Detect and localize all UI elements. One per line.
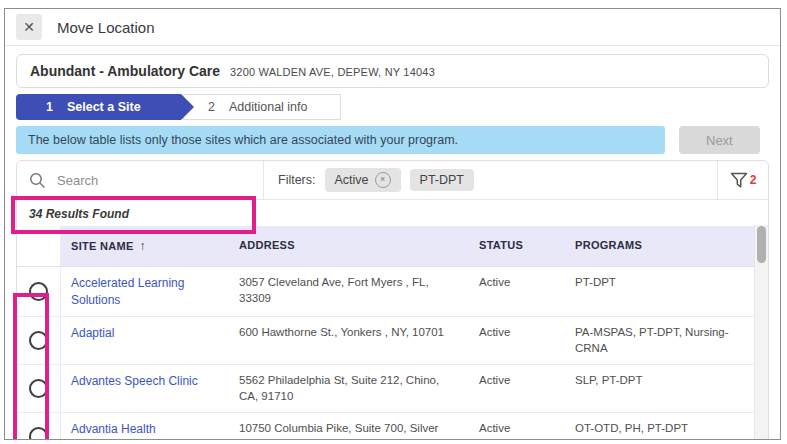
programs-cell: PA-MSPAS, PT-DPT, Nursing-CRNA bbox=[565, 317, 754, 364]
address-cell: 10750 Columbia Pike, Suite 700, Silver S… bbox=[229, 413, 469, 440]
sites-table: SITE NAME↑ ADDRESS STATUS PROGRAMS Accel… bbox=[17, 226, 754, 440]
filters-section: Filters: Active × PT-DPT bbox=[263, 161, 717, 199]
next-button[interactable]: Next bbox=[679, 126, 760, 154]
step-select-a-site[interactable]: 1 Select a Site bbox=[16, 94, 194, 120]
vertical-scrollbar[interactable] bbox=[754, 225, 768, 440]
filters-label: Filters: bbox=[278, 173, 316, 187]
site-name-link[interactable]: Advantes Speech Clinic bbox=[71, 374, 198, 388]
stepper: 1 Select a Site 2 Additional info bbox=[16, 94, 769, 120]
site-name-cell: Adaptial bbox=[61, 317, 229, 364]
column-header-status: STATUS bbox=[469, 226, 565, 266]
address-cell: 3057 Cleveland Ave, Fort Myers , FL, 333… bbox=[229, 267, 469, 316]
site-name-link[interactable]: Adaptial bbox=[71, 326, 114, 340]
site-name-cell: Advantes Speech Clinic bbox=[61, 365, 229, 412]
column-header-programs: PROGRAMS bbox=[565, 226, 754, 266]
location-name: Abundant - Ambulatory Care bbox=[30, 63, 220, 79]
table-toolbar: Filters: Active × PT-DPT 2 bbox=[17, 161, 768, 200]
funnel-icon bbox=[730, 172, 748, 189]
chip-label: Active bbox=[335, 173, 369, 187]
programs-cell: OT-OTD, PH, PT-DPT bbox=[565, 413, 754, 440]
column-header-address: ADDRESS bbox=[229, 226, 469, 266]
close-icon[interactable]: ✕ bbox=[16, 14, 42, 40]
remove-filter-icon[interactable]: × bbox=[375, 172, 391, 188]
radio-cell bbox=[17, 413, 61, 440]
banner-row: The below table lists only those sites w… bbox=[16, 126, 769, 154]
table-header-row: SITE NAME↑ ADDRESS STATUS PROGRAMS bbox=[17, 226, 754, 267]
filter-chip-pt-dpt[interactable]: PT-DPT bbox=[410, 169, 474, 191]
sites-panel: Filters: Active × PT-DPT 2 bbox=[16, 160, 769, 440]
table-rows: Accelerated Learning Solutions 3057 Clev… bbox=[17, 267, 754, 440]
table-row: Advantia Health 10750 Columbia Pike, Sui… bbox=[17, 413, 754, 440]
radio-cell bbox=[17, 267, 61, 316]
site-radio-button[interactable] bbox=[29, 282, 48, 301]
location-address: 3200 WALDEN AVE, DEPEW, NY 14043 bbox=[230, 66, 435, 78]
programs-cell: PT-DPT bbox=[565, 267, 754, 316]
search-input[interactable] bbox=[55, 172, 251, 189]
site-radio-button[interactable] bbox=[29, 379, 48, 398]
table-row: Adaptial 600 Hawthorne St., Yonkers , NY… bbox=[17, 317, 754, 365]
column-header-site-name[interactable]: SITE NAME↑ bbox=[61, 226, 229, 266]
search-icon bbox=[29, 172, 46, 189]
programs-cell: SLP, PT-DPT bbox=[565, 365, 754, 412]
site-radio-button[interactable] bbox=[29, 427, 48, 440]
radio-cell bbox=[17, 317, 61, 364]
radio-cell bbox=[17, 365, 61, 412]
status-cell: Active bbox=[469, 267, 565, 316]
site-name-link[interactable]: Accelerated Learning Solutions bbox=[71, 276, 184, 307]
step-number: 2 bbox=[208, 100, 215, 114]
location-card: Abundant - Ambulatory Care 3200 WALDEN A… bbox=[16, 54, 769, 88]
status-cell: Active bbox=[469, 413, 565, 440]
step-number: 1 bbox=[46, 100, 53, 114]
filter-button[interactable]: 2 bbox=[717, 161, 768, 199]
step-label: Additional info bbox=[229, 100, 308, 114]
column-label: SITE NAME bbox=[71, 240, 134, 252]
site-name-cell: Accelerated Learning Solutions bbox=[61, 267, 229, 316]
dialog-title: Move Location bbox=[57, 19, 155, 36]
address-cell: 600 Hawthorne St., Yonkers , NY, 10701 bbox=[229, 317, 469, 364]
filter-count-badge: 2 bbox=[750, 173, 757, 187]
status-cell: Active bbox=[469, 317, 565, 364]
sort-asc-icon: ↑ bbox=[140, 239, 146, 253]
site-radio-button[interactable] bbox=[29, 331, 48, 350]
dialog-body: Abundant - Ambulatory Care 3200 WALDEN A… bbox=[5, 46, 780, 440]
dialog-header: ✕ Move Location bbox=[5, 9, 780, 46]
chip-label: PT-DPT bbox=[420, 173, 464, 187]
info-banner: The below table lists only those sites w… bbox=[16, 126, 665, 154]
step-additional-info[interactable]: 2 Additional info bbox=[183, 94, 341, 120]
site-name-cell: Advantia Health bbox=[61, 413, 229, 440]
table-row: Advantes Speech Clinic 5562 Philadelphia… bbox=[17, 365, 754, 413]
radio-column-header bbox=[17, 226, 61, 266]
move-location-dialog: ✕ Move Location Abundant - Ambulatory Ca… bbox=[4, 8, 781, 440]
vertical-scrollbar-thumb[interactable] bbox=[757, 226, 766, 263]
step-label: Select a Site bbox=[67, 100, 141, 114]
table-row: Accelerated Learning Solutions 3057 Clev… bbox=[17, 267, 754, 317]
results-count: 34 Results Found bbox=[17, 200, 768, 226]
status-cell: Active bbox=[469, 365, 565, 412]
search-section bbox=[17, 161, 263, 199]
address-cell: 5562 Philadelphia St, Suite 212, Chino, … bbox=[229, 365, 469, 412]
filter-chip-active[interactable]: Active × bbox=[325, 168, 401, 192]
site-name-link[interactable]: Advantia Health bbox=[71, 422, 156, 436]
